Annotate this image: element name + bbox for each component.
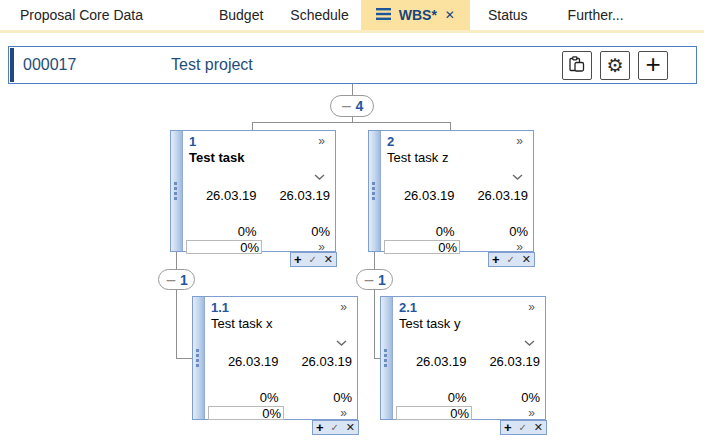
add-node-button[interactable]: + [638, 51, 668, 80]
task-node-body: 2 » Test task z 26.03.19 26.03.19 0% 0% … [380, 131, 533, 251]
close-tab-icon[interactable]: ✕ [445, 8, 455, 22]
connector-line [352, 84, 353, 95]
project-header: 000017 Test project ⚙ + [8, 46, 697, 84]
connector-line [374, 290, 375, 358]
connector-line [450, 122, 451, 130]
chevron-down-icon[interactable] [314, 168, 325, 183]
task-node-body: 2.1 » Test task y 26.03.19 26.03.19 0% 0… [392, 297, 545, 419]
confirm-icon[interactable]: ✓ [518, 423, 526, 433]
percent-value: 0% [469, 390, 546, 406]
grip-dots-icon [372, 182, 375, 185]
task-node-body: 1 » Test task 26.03.19 26.03.19 0% 0% 0%… [182, 131, 335, 251]
task-id: 2 [387, 134, 394, 149]
collapse-toggle-node-1[interactable]: − 1 [158, 269, 195, 290]
node-action-strip: + ✓ ✕ [290, 252, 337, 267]
minus-icon: − [165, 273, 177, 287]
node-action-strip: + ✓ ✕ [500, 420, 547, 435]
percent-input[interactable]: 0% [384, 240, 460, 254]
add-child-icon[interactable]: + [504, 421, 512, 434]
percent-value: 0% [259, 224, 336, 240]
task-id: 1 [189, 134, 196, 149]
percent-value: 0% [204, 390, 281, 406]
add-child-icon[interactable]: + [492, 253, 500, 266]
confirm-icon[interactable]: ✓ [330, 423, 338, 433]
add-child-icon[interactable]: + [316, 421, 324, 434]
start-date: 26.03.19 [380, 188, 457, 204]
confirm-icon[interactable]: ✓ [308, 255, 316, 265]
percent-value: 0% [182, 224, 259, 240]
percent-input[interactable]: 0% [186, 240, 262, 254]
connector-line [252, 122, 451, 123]
start-date: 26.03.19 [182, 188, 259, 204]
percent-input[interactable]: 0% [208, 406, 284, 420]
add-child-icon[interactable]: + [294, 253, 302, 266]
copy-icon [568, 55, 586, 76]
grip-dots-icon [174, 182, 177, 185]
end-date: 26.03.19 [469, 354, 546, 370]
connector-line [176, 290, 177, 358]
expand-icon[interactable]: » [318, 134, 325, 148]
percent-input[interactable]: 0% [396, 406, 472, 420]
child-count: 4 [355, 99, 363, 113]
expand-icon[interactable]: » [516, 134, 523, 148]
root-collapse-toggle[interactable]: − 4 [330, 95, 374, 117]
gear-icon: ⚙ [606, 56, 623, 75]
tab-further[interactable]: Further... [568, 7, 624, 23]
delete-icon[interactable]: ✕ [522, 254, 531, 265]
project-number: 000017 [23, 56, 76, 74]
percent-value: 0% [281, 390, 358, 406]
task-node-2-1[interactable]: 2.1 » Test task y 26.03.19 26.03.19 0% 0… [380, 296, 546, 420]
percent-value: 0% [457, 224, 534, 240]
copy-button[interactable] [562, 51, 592, 80]
expand-icon[interactable]: » [528, 300, 535, 314]
tab-bar: Proposal Core Data Budget Schedule WBS* … [0, 0, 704, 30]
start-date: 26.03.19 [204, 354, 281, 370]
chevron-down-icon[interactable] [524, 334, 535, 349]
chevron-down-icon[interactable] [512, 168, 523, 183]
connector-line [176, 358, 192, 359]
child-count: 1 [180, 273, 188, 287]
chevron-down-icon[interactable] [336, 334, 347, 349]
task-name: Test task x [211, 316, 272, 331]
task-name: Test task z [387, 150, 448, 165]
menu-icon[interactable] [376, 7, 391, 23]
task-id: 2.1 [399, 300, 417, 315]
settings-button[interactable]: ⚙ [600, 51, 630, 80]
expand-icon[interactable]: » [340, 300, 347, 314]
connector-line [252, 122, 253, 130]
node-action-strip: + ✓ ✕ [312, 420, 359, 435]
delete-icon[interactable]: ✕ [534, 422, 543, 433]
start-date: 26.03.19 [392, 354, 469, 370]
minus-icon: − [363, 273, 375, 287]
connector-line [176, 252, 177, 269]
confirm-icon[interactable]: ✓ [506, 255, 514, 265]
tab-schedule[interactable]: Schedule [290, 7, 348, 23]
minus-icon: − [341, 99, 353, 113]
percent-value: 0% [392, 390, 469, 406]
end-date: 26.03.19 [457, 188, 534, 204]
more-icon[interactable]: » [472, 406, 545, 420]
delete-icon[interactable]: ✕ [346, 422, 355, 433]
collapse-toggle-node-2[interactable]: − 1 [356, 269, 393, 290]
node-action-strip: + ✓ ✕ [488, 252, 535, 267]
tab-status[interactable]: Status [488, 7, 528, 23]
percent-value: 0% [380, 224, 457, 240]
wbs-editor-window: Proposal Core Data Budget Schedule WBS* … [0, 0, 704, 447]
grip-dots-icon [384, 349, 387, 352]
task-node-1[interactable]: 1 » Test task 26.03.19 26.03.19 0% 0% 0%… [170, 130, 336, 252]
task-name: Test task [189, 150, 244, 165]
end-date: 26.03.19 [259, 188, 336, 204]
child-count: 1 [378, 273, 386, 287]
tab-wbs[interactable]: WBS* ✕ [361, 0, 470, 30]
tab-proposal-core-data[interactable]: Proposal Core Data [20, 7, 143, 23]
task-name: Test task y [399, 316, 460, 331]
tab-wbs-label: WBS* [399, 7, 437, 23]
task-node-2[interactable]: 2 » Test task z 26.03.19 26.03.19 0% 0% … [368, 130, 534, 252]
task-node-1-1[interactable]: 1.1 » Test task x 26.03.19 26.03.19 0% 0… [192, 296, 358, 420]
connector-line [374, 252, 375, 269]
tab-budget[interactable]: Budget [219, 7, 263, 23]
delete-icon[interactable]: ✕ [324, 254, 333, 265]
task-id: 1.1 [211, 300, 229, 315]
more-icon[interactable]: » [284, 406, 357, 420]
project-name: Test project [171, 56, 253, 74]
